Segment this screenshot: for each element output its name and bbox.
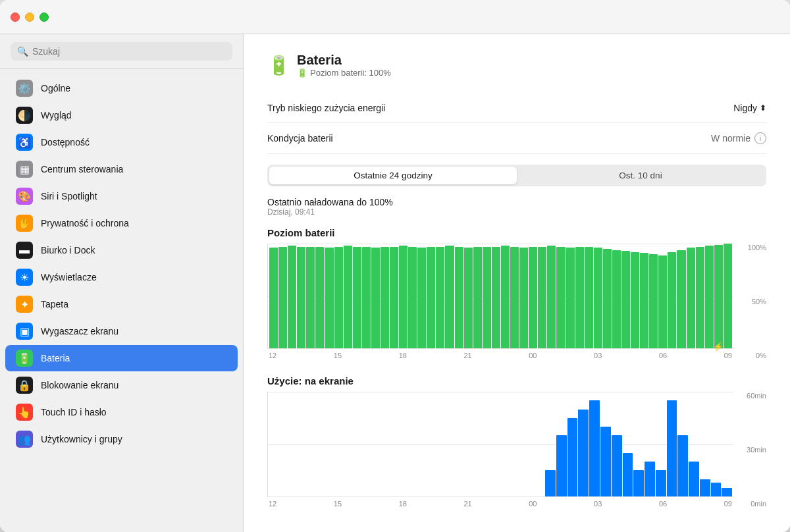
- touchid-label: Touch ID i hasło: [41, 407, 107, 417]
- battery-bar: [417, 248, 426, 348]
- sidebar-item-prywatnosc[interactable]: ✋Prywatność i ochrona: [5, 210, 238, 236]
- charge-info-subtitle: Dzisiaj, 09:41: [267, 207, 766, 217]
- battery-bar: [696, 247, 704, 348]
- battery-bar: [390, 247, 398, 348]
- usage-chart-area: [267, 392, 733, 497]
- usage-chart-wrapper: 60min 30min 0min 12 15 18 21 00 03 06 09: [267, 392, 766, 508]
- battery-bar: [594, 248, 602, 348]
- chevron-updown-icon: ⬍: [760, 103, 766, 113]
- sidebar-item-siri-spotlight[interactable]: 🎨Siri i Spotlight: [5, 183, 238, 209]
- sidebar-item-wygaszacz[interactable]: ▣Wygaszacz ekranu: [5, 318, 238, 344]
- battery-bar: [483, 247, 491, 348]
- bateria-label: Bateria: [41, 353, 70, 363]
- biurko-dock-label: Biurko i Dock: [41, 245, 95, 255]
- blokowanie-icon: 🔒: [16, 377, 33, 394]
- battery-chart-section: Poziom baterii 100%: [267, 227, 766, 359]
- battery-bar: [677, 250, 685, 348]
- battery-bar: [566, 248, 575, 348]
- usage-bar: [677, 435, 688, 496]
- tab-24h[interactable]: Ostatnie 24 godziny: [269, 167, 517, 184]
- battery-bar: [529, 247, 537, 348]
- usage-chart-title: Użycie: na ekranie: [267, 375, 766, 386]
- prywatnosc-icon: ✋: [16, 215, 33, 232]
- usage-chart-section: Użycie: na ekranie 60min 30min 0min: [267, 375, 766, 508]
- battery-chart-title: Poziom baterii: [267, 227, 766, 238]
- usage-bar: [645, 462, 655, 496]
- sidebar-item-tapeta[interactable]: ✦Tapeta: [5, 291, 238, 317]
- biurko-dock-icon: ▬: [16, 242, 33, 259]
- usage-bar: [700, 479, 710, 497]
- low-power-dropdown[interactable]: Nigdy ⬍: [733, 103, 766, 113]
- siri-spotlight-icon: 🎨: [16, 188, 33, 205]
- battery-bar: [371, 248, 380, 348]
- sidebar-item-wyswietlacze[interactable]: ☀Wyświetlacze: [5, 264, 238, 290]
- battery-x-label-12: 12: [269, 352, 276, 359]
- usage-bar: [623, 453, 633, 496]
- search-input[interactable]: [32, 46, 226, 57]
- battery-bar: [492, 247, 500, 348]
- battery-bar: [362, 247, 371, 348]
- battery-bar: [381, 247, 389, 348]
- usage-bar: [589, 400, 600, 496]
- usage-bar: [667, 400, 677, 496]
- battery-bar: [297, 247, 305, 348]
- usage-bar: [600, 427, 611, 496]
- usage-y-label-30: 30min: [747, 446, 766, 454]
- battery-x-label-06: 06: [659, 352, 667, 359]
- low-power-row: Tryb niskiego zużycia energii Nigdy ⬍: [267, 93, 766, 123]
- battery-bar: [278, 247, 287, 348]
- battery-header-icon: 🔋: [267, 55, 290, 76]
- battery-bar: [445, 246, 454, 348]
- close-button[interactable]: [11, 13, 20, 22]
- battery-bar: [556, 247, 565, 348]
- info-button[interactable]: i: [754, 132, 766, 144]
- sidebar-item-ogolne[interactable]: ⚙️Ogólne: [5, 75, 238, 101]
- tab-10d[interactable]: Ost. 10 dni: [517, 167, 764, 184]
- usage-bar: [556, 435, 567, 496]
- sidebar-item-blokowanie[interactable]: 🔒Blokowanie ekranu: [5, 372, 238, 398]
- battery-bar: [631, 252, 639, 348]
- battery-bar: [427, 247, 435, 348]
- search-box[interactable]: 🔍: [11, 42, 232, 61]
- battery-bar: [714, 245, 723, 348]
- battery-chart-wrapper: 100% 50% 0% ⚡— 12 15 18 21 00 03 06: [267, 244, 766, 359]
- sidebar-item-centrum-sterowania[interactable]: ▦Centrum sterowania: [5, 156, 238, 182]
- page-header: 🔋 Bateria 🔋 Poziom baterii: 100%: [267, 53, 766, 78]
- battery-bar: [538, 247, 546, 348]
- battery-y-label-50: 50%: [752, 298, 766, 306]
- battery-bar: [621, 251, 630, 348]
- battery-bar: [658, 255, 667, 349]
- battery-bar: [325, 248, 333, 348]
- sidebar-item-uzytkownicy[interactable]: 👥Użytkownicy i grupy: [5, 426, 238, 452]
- wyswietlacze-icon: ☀: [16, 269, 33, 286]
- battery-bar: [353, 247, 361, 348]
- usage-bar: [656, 470, 666, 496]
- battery-x-labels: 12 15 18 21 00 03 06 09: [267, 352, 733, 359]
- centrum-sterowania-label: Centrum sterowania: [41, 164, 123, 174]
- usage-bar: [722, 488, 732, 496]
- battery-x-label-09: 09: [724, 352, 732, 359]
- battery-bar: [501, 246, 510, 348]
- usage-bar: [612, 435, 622, 496]
- battery-bar: [464, 248, 473, 348]
- battery-bar: [306, 247, 315, 348]
- sidebar-item-wyglad[interactable]: 🌗Wygląd: [5, 102, 238, 128]
- wygaszacz-label: Wygaszacz ekranu: [41, 326, 118, 336]
- battery-bar: [668, 252, 676, 348]
- blokowanie-label: Blokowanie ekranu: [41, 380, 118, 390]
- battery-bar: [455, 247, 463, 348]
- sidebar-item-touchid[interactable]: 👆Touch ID i hasło: [5, 399, 238, 425]
- minimize-button[interactable]: [25, 13, 34, 22]
- sidebar-item-biurko-dock[interactable]: ▬Biurko i Dock: [5, 237, 238, 263]
- main-window: 🔍 ⚙️Ogólne🌗Wygląd♿Dostępność▦Centrum ste…: [0, 0, 790, 532]
- sidebar-item-dostepnosc[interactable]: ♿Dostępność: [5, 129, 238, 155]
- battery-condition-value: W normie i: [711, 132, 766, 144]
- maximize-button[interactable]: [40, 13, 49, 22]
- lightning-icon: ⚡—: [713, 342, 732, 352]
- battery-chart-area: [267, 244, 733, 349]
- page-title: Bateria: [297, 53, 391, 68]
- uzytkownicy-label: Użytkownicy i grupy: [41, 434, 122, 444]
- sidebar-item-bateria[interactable]: 🔋Bateria: [5, 345, 238, 371]
- tapeta-icon: ✦: [16, 296, 33, 313]
- usage-bar: [567, 418, 578, 496]
